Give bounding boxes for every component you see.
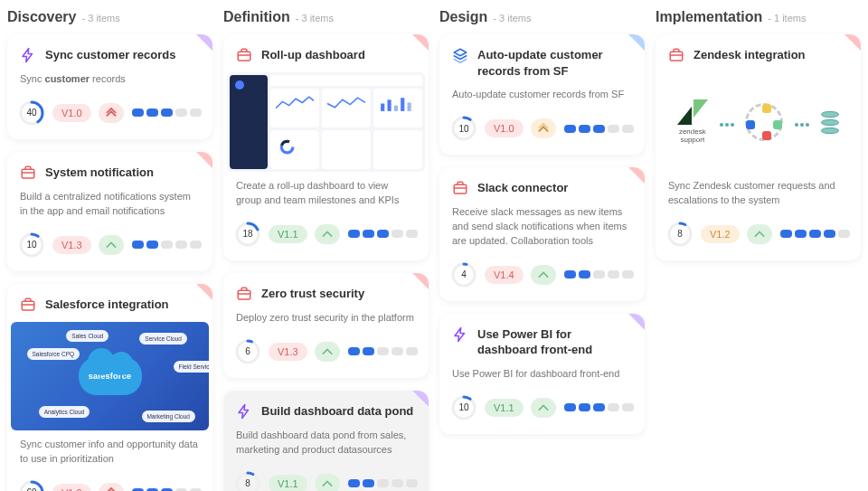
- card-data-pond[interactable]: Build dashboard data pond Build dashboar…: [223, 391, 429, 491]
- progress-dots: [564, 125, 634, 133]
- card-meta: 60 V1.0: [7, 476, 212, 491]
- kanban-board: Discovery - 3 items Sync customer record…: [7, 9, 861, 491]
- progress-dot: [579, 270, 590, 279]
- progress-dots: [348, 230, 418, 238]
- card-auto-update-sf[interactable]: Auto-update customer records from SF Aut…: [439, 34, 645, 155]
- card-header: Slack connector: [439, 167, 645, 205]
- progress-dot: [132, 241, 144, 249]
- progress-dot: [392, 347, 403, 355]
- bolt-icon: [20, 47, 36, 63]
- score-ring: 8: [234, 470, 261, 491]
- version-pill[interactable]: V1.0: [52, 104, 91, 122]
- svg-rect-9: [381, 104, 384, 111]
- card-description: Deploy zero trust security in the platfo…: [223, 311, 429, 335]
- progress-dot: [377, 347, 389, 355]
- card-power-bi[interactable]: Use Power BI for dashboard front-end Use…: [439, 314, 645, 434]
- progress-dot: [161, 109, 173, 117]
- card-thumbnail: Salesforce CPQSales CloudService CloudFi…: [11, 322, 209, 430]
- card-description: Create a roll-up dashboard to view group…: [223, 179, 429, 217]
- card-meta: 10 V1.0: [439, 111, 645, 155]
- progress-dot: [175, 109, 187, 117]
- score-value: 10: [450, 115, 477, 142]
- progress-dot: [161, 241, 173, 249]
- briefcase-icon: [452, 180, 468, 196]
- progress-dot: [622, 270, 634, 279]
- progress-dot: [146, 241, 158, 249]
- card-rollup-dashboard[interactable]: Roll-up dashboard Create a roll-up dashb…: [223, 34, 429, 260]
- progress-dot: [593, 403, 605, 411]
- svg-rect-5: [22, 301, 34, 310]
- priority-pill[interactable]: [531, 265, 556, 285]
- priority-pill[interactable]: [315, 224, 340, 244]
- progress-dot: [363, 347, 374, 355]
- progress-dot: [608, 403, 619, 411]
- version-pill[interactable]: V1.2: [701, 225, 740, 243]
- progress-dot: [579, 125, 590, 133]
- briefcase-icon: [20, 165, 36, 181]
- progress-dot: [608, 125, 619, 133]
- column-count: - 1 items: [768, 13, 806, 24]
- column-header[interactable]: Definition - 3 items: [223, 9, 429, 25]
- card-slack-connector[interactable]: Slack connector Receive slack messages a…: [439, 167, 645, 301]
- score-value: 10: [18, 231, 45, 259]
- version-pill[interactable]: V1.3: [52, 236, 91, 254]
- version-pill[interactable]: V1.1: [269, 225, 307, 243]
- progress-dot: [175, 241, 187, 249]
- version-pill[interactable]: V1.3: [269, 343, 307, 361]
- card-header: Zero trust security: [223, 273, 429, 311]
- progress-dot: [622, 125, 634, 133]
- progress-dot: [190, 109, 202, 117]
- priority-pill[interactable]: [747, 224, 772, 244]
- version-pill[interactable]: V1.0: [52, 484, 91, 491]
- card-description: Sync customer info and opportunity data …: [7, 438, 212, 476]
- card-description: Auto-update customer records from SF: [439, 88, 645, 111]
- score-ring: 60: [18, 479, 45, 491]
- progress-dot: [406, 479, 418, 487]
- card-title: Salesforce integration: [45, 297, 169, 313]
- version-pill[interactable]: V1.1: [269, 475, 307, 491]
- card-header: System notification: [7, 152, 212, 190]
- version-pill[interactable]: V1.0: [485, 119, 524, 137]
- priority-pill[interactable]: [531, 118, 556, 138]
- priority-pill[interactable]: [99, 483, 124, 491]
- column-implementation: Implementation - 1 items Zendesk integra…: [656, 9, 861, 273]
- progress-dot: [363, 479, 374, 487]
- column-header[interactable]: Discovery - 3 items: [7, 9, 212, 25]
- card-zero-trust[interactable]: Zero trust security Deploy zero trust se…: [223, 273, 429, 378]
- card-thumbnail: [227, 72, 425, 172]
- svg-rect-10: [387, 99, 391, 111]
- card-header: Salesforce integration: [7, 284, 212, 322]
- column-header[interactable]: Design - 3 items: [439, 9, 645, 25]
- progress-dot: [348, 347, 360, 355]
- score-ring: 10: [18, 231, 45, 259]
- card-sync-records[interactable]: Sync customer records Sync customer reco…: [7, 34, 212, 139]
- card-header: Build dashboard data pond: [223, 391, 429, 429]
- column-title: Implementation: [656, 9, 762, 25]
- progress-dot: [392, 479, 403, 487]
- column-title: Design: [439, 9, 487, 25]
- priority-pill[interactable]: [99, 103, 124, 123]
- card-system-notification[interactable]: System notification Build a centralized …: [7, 152, 212, 271]
- version-pill[interactable]: V1.1: [485, 399, 524, 417]
- version-pill[interactable]: V1.4: [485, 266, 524, 284]
- priority-pill[interactable]: [315, 474, 340, 491]
- priority-pill[interactable]: [315, 342, 340, 362]
- progress-dot: [593, 125, 605, 133]
- progress-dot: [377, 479, 389, 487]
- card-header: Use Power BI for dashboard front-end: [439, 314, 645, 367]
- priority-pill[interactable]: [531, 398, 556, 418]
- briefcase-icon: [20, 297, 36, 313]
- card-salesforce-integration[interactable]: Salesforce integration Salesforce CPQSal…: [7, 284, 212, 491]
- column-header[interactable]: Implementation - 1 items: [656, 9, 861, 25]
- progress-dot: [809, 230, 821, 238]
- svg-rect-18: [238, 290, 250, 299]
- progress-dot: [146, 109, 158, 117]
- card-title: Roll-up dashboard: [261, 47, 365, 63]
- progress-dot: [622, 403, 634, 411]
- column-design: Design - 3 items Auto-update customer re…: [439, 9, 645, 447]
- svg-rect-13: [408, 102, 411, 110]
- progress-dot: [564, 125, 576, 133]
- priority-pill[interactable]: [99, 235, 124, 255]
- card-title: Use Power BI for dashboard front-end: [477, 326, 632, 358]
- card-zendesk[interactable]: Zendesk integration zendesksupport Sync …: [656, 34, 861, 260]
